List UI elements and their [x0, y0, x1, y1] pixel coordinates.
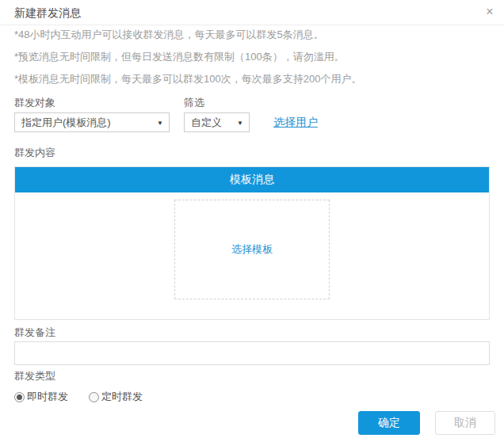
content-label: 群发内容 — [14, 146, 55, 160]
target-label: 群发对象 — [14, 96, 55, 110]
filter-select-value: 自定义 — [191, 116, 222, 130]
remark-input[interactable] — [14, 341, 490, 365]
dialog-header: 新建群发消息 × — [0, 0, 504, 25]
radio-scheduled-send[interactable]: 定时群发 — [89, 390, 143, 404]
notice-list: *48小时内互动用户可以接收群发消息，每天最多可以群发5条消息。 *预览消息无时… — [14, 27, 490, 93]
new-mass-message-dialog: 新建群发消息 × *48小时内互动用户可以接收群发消息，每天最多可以群发5条消息… — [0, 0, 504, 438]
remark-label: 群发备注 — [14, 326, 55, 340]
type-label: 群发类型 — [14, 369, 55, 383]
template-message-header: 模板消息 — [15, 167, 489, 192]
filter-label: 筛选 — [184, 96, 204, 110]
radio-instant-label: 即时群发 — [27, 390, 68, 404]
target-select-value: 指定用户(模板消息) — [21, 116, 111, 130]
select-template-link[interactable]: 选择模板 — [231, 242, 273, 257]
radio-instant-send[interactable]: 即时群发 — [14, 390, 68, 404]
radio-icon — [14, 392, 25, 402]
confirm-button[interactable]: 确定 — [358, 411, 420, 435]
content-panel: 模板消息 选择模板 — [14, 166, 490, 320]
cancel-button[interactable]: 取消 — [435, 411, 495, 435]
chevron-down-icon: ▼ — [237, 119, 243, 126]
dialog-title: 新建群发消息 — [14, 0, 81, 25]
send-type-radio-group: 即时群发 定时群发 — [14, 390, 143, 404]
notice-line: *预览消息无时间限制，但每日发送消息数有限制（100条），请勿滥用。 — [14, 49, 490, 64]
close-icon[interactable]: × — [482, 4, 498, 20]
target-select[interactable]: 指定用户(模板消息) ▼ — [14, 112, 170, 132]
remark-field-wrap — [14, 341, 490, 365]
select-users-link[interactable]: 选择用户 — [273, 116, 318, 130]
notice-line: *48小时内互动用户可以接收群发消息，每天最多可以群发5条消息。 — [14, 27, 490, 42]
radio-scheduled-label: 定时群发 — [101, 390, 143, 404]
notice-line: *模板消息无时间限制，每天最多可以群发100次，每次最多支持200个用户。 — [14, 71, 490, 86]
radio-icon — [89, 392, 99, 402]
footer-actions: 确定 取消 — [358, 411, 495, 435]
chevron-down-icon: ▼ — [157, 119, 163, 126]
template-placeholder-box[interactable]: 选择模板 — [174, 200, 330, 299]
template-content-area: 选择模板 — [15, 200, 489, 326]
filter-select[interactable]: 自定义 ▼ — [184, 112, 250, 132]
